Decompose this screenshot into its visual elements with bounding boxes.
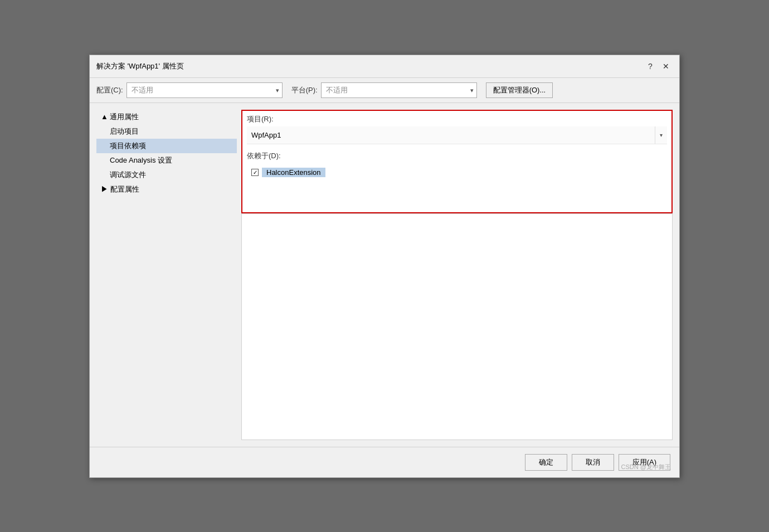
general-label: ▲ 通用属性 <box>101 112 139 122</box>
platform-select[interactable]: 不适用 <box>321 82 477 98</box>
sidebar: ▲ 通用属性 启动项目 项目依赖项 Code Analysis 设置 调试源文件… <box>96 110 241 440</box>
config-props-label: ▶ 配置属性 <box>101 184 139 194</box>
config-select[interactable]: 不适用 <box>126 82 283 98</box>
debug-source-label: 调试源文件 <box>110 170 146 180</box>
right-panel: 项目(R): WpfApp1 ▾ 依赖于(D): ✓ <box>241 110 673 440</box>
dialog-footer: 确定 取消 应用(A) <box>90 447 679 477</box>
sidebar-item-startup[interactable]: 启动项目 <box>96 124 237 139</box>
depends-label: 依赖于(D): <box>247 149 667 163</box>
sidebar-item-code-analysis[interactable]: Code Analysis 设置 <box>96 153 237 168</box>
startup-label: 启动项目 <box>110 126 139 136</box>
check-symbol: ✓ <box>253 169 257 175</box>
project-section: 项目(R): WpfApp1 ▾ <box>242 111 671 147</box>
sidebar-item-config-props[interactable]: ▶ 配置属性 <box>96 182 237 197</box>
ok-button[interactable]: 确定 <box>525 454 567 471</box>
platform-item: 平台(P): 不适用 <box>291 82 477 98</box>
project-deps-label: 项目依赖项 <box>110 141 146 151</box>
project-name: WpfApp1 <box>247 131 655 139</box>
platform-label: 平台(P): <box>291 85 318 95</box>
title-bar-buttons: ? ✕ <box>644 60 673 73</box>
deps-list: ✓ HalconExtension <box>247 163 667 208</box>
main-content: ▲ 通用属性 启动项目 项目依赖项 Code Analysis 设置 调试源文件… <box>90 103 679 447</box>
project-select-row: WpfApp1 ▾ <box>247 126 667 144</box>
config-label: 配置(C): <box>96 85 123 95</box>
halcon-checkbox[interactable]: ✓ <box>251 169 259 176</box>
project-label: 项目(R): <box>247 114 667 124</box>
dialog-title: 解决方案 'WpfApp1' 属性页 <box>96 61 184 71</box>
config-select-wrapper: 不适用 <box>126 82 283 98</box>
config-item: 配置(C): 不适用 <box>96 82 283 98</box>
empty-area <box>241 213 673 440</box>
highlighted-section: 项目(R): WpfApp1 ▾ 依赖于(D): ✓ <box>241 110 673 213</box>
properties-dialog: 解决方案 'WpfApp1' 属性页 ? ✕ 配置(C): 不适用 平台(P): <box>89 55 680 478</box>
cancel-button[interactable]: 取消 <box>572 454 614 471</box>
project-dropdown-arrow-icon[interactable]: ▾ <box>655 126 667 144</box>
platform-select-wrapper: 不适用 <box>321 82 477 98</box>
help-button[interactable]: ? <box>644 60 657 73</box>
sidebar-item-debug-source[interactable]: 调试源文件 <box>96 168 237 182</box>
sidebar-item-project-deps[interactable]: 项目依赖项 <box>96 139 237 153</box>
sidebar-item-general[interactable]: ▲ 通用属性 <box>96 110 237 124</box>
toolbar: 配置(C): 不适用 平台(P): 不适用 配置管理器(O)... <box>90 78 679 103</box>
code-analysis-label: Code Analysis 设置 <box>110 155 172 165</box>
close-button[interactable]: ✕ <box>659 60 673 73</box>
dep-name-halcon: HalconExtension <box>262 168 325 177</box>
title-bar: 解决方案 'WpfApp1' 属性页 ? ✕ <box>90 55 679 78</box>
config-manager-button[interactable]: 配置管理器(O)... <box>486 82 553 98</box>
dep-row-halcon: ✓ HalconExtension <box>250 167 664 178</box>
watermark: CSDN @龙中舞王 <box>621 463 671 471</box>
depends-section: 依赖于(D): ✓ HalconExtension <box>242 147 671 212</box>
